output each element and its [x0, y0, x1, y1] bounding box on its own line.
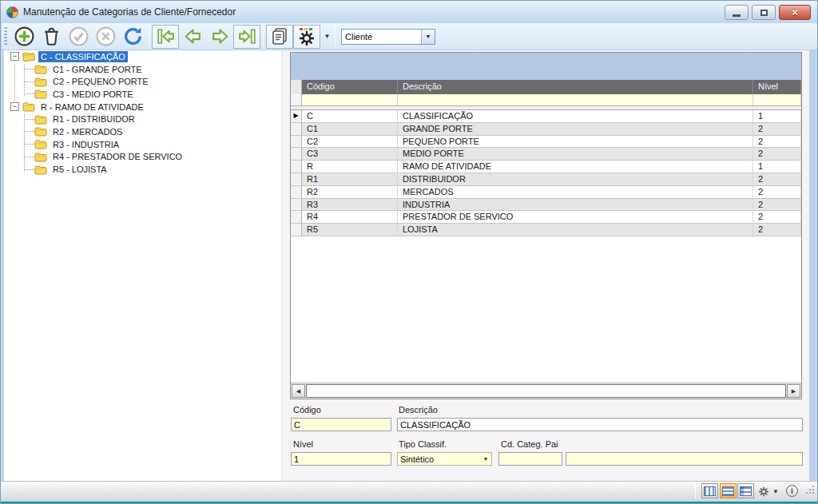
- table-row[interactable]: R5 LOJISTA 2: [291, 224, 801, 236]
- next-record-icon: [209, 26, 231, 47]
- scroll-left-icon: ◀: [296, 388, 300, 395]
- minimize-button[interactable]: [725, 5, 749, 20]
- cell-descricao: RAMO DE ATIVIDADE: [398, 161, 753, 173]
- cell-descricao: PRESTADOR DE SERVICO: [398, 211, 753, 224]
- toolbar-grip[interactable]: [4, 27, 7, 46]
- toolbar-separator: [335, 26, 336, 47]
- current-row-icon: ▶: [293, 113, 298, 119]
- tipo-classif-combobox[interactable]: Sintético ▼: [397, 452, 492, 466]
- row-indicator-cell: [291, 148, 302, 161]
- tree-item[interactable]: C1 - GRANDE PORTE: [4, 63, 281, 76]
- folder-icon: [34, 89, 47, 99]
- folder-icon: [34, 126, 47, 137]
- close-button[interactable]: ×: [779, 5, 811, 20]
- nivel-input[interactable]: [291, 452, 391, 466]
- cell-nivel: 2: [753, 199, 801, 212]
- table-row[interactable]: ▶ C CLASSIFICAÇÃO 1: [291, 110, 801, 123]
- report-icon: [269, 26, 290, 47]
- folder-icon: [34, 77, 47, 87]
- cell-codigo: C3: [302, 148, 398, 161]
- add-button[interactable]: [10, 25, 38, 49]
- row-indicator-cell: [291, 186, 302, 199]
- gear-icon: [758, 486, 769, 498]
- gear-icon: [297, 29, 316, 48]
- refresh-button[interactable]: [119, 25, 146, 49]
- open-folder-icon: [22, 51, 35, 62]
- tree-item[interactable]: R4 - PRESTADOR DE SERVICO: [4, 151, 281, 164]
- view-form-button[interactable]: [737, 483, 754, 498]
- filter-codigo-cell[interactable]: [302, 94, 398, 105]
- tree-item[interactable]: R3 - INDUSTRIA: [4, 138, 281, 151]
- row-indicator-cell: ▶: [291, 110, 302, 123]
- cd-categ-pai-label: Cd. Categ. Pai: [501, 439, 558, 449]
- column-header-nivel[interactable]: Nível: [753, 80, 801, 94]
- filter-indicator-cell: [291, 94, 302, 105]
- column-header-descricao[interactable]: Descrição: [398, 80, 753, 94]
- grid-horizontal-scrollbar[interactable]: ◀ ▶: [291, 383, 801, 399]
- scrollbar-thumb[interactable]: [306, 384, 786, 398]
- cancel-x-icon: [95, 26, 117, 47]
- categ-pai-descricao-input[interactable]: [566, 452, 803, 466]
- scroll-left-button[interactable]: ◀: [292, 384, 305, 398]
- view-columns-button[interactable]: [701, 483, 718, 498]
- filter-nivel-cell[interactable]: [753, 94, 801, 105]
- cell-codigo: C2: [302, 136, 398, 149]
- filter-descricao-cell[interactable]: [398, 94, 753, 105]
- column-header-codigo[interactable]: Código: [302, 80, 398, 94]
- cell-nivel: 2: [753, 148, 801, 161]
- tree-item[interactable]: C3 - MEDIO PORTE: [4, 88, 281, 101]
- cell-codigo: R: [302, 161, 398, 173]
- report-button[interactable]: [266, 25, 293, 49]
- tree-connector: [24, 144, 34, 145]
- tipo-classif-label: Tipo Classif.: [399, 439, 447, 449]
- settings-button[interactable]: [293, 25, 320, 49]
- cell-codigo: R2: [302, 186, 398, 199]
- cancel-button[interactable]: [92, 25, 119, 49]
- table-row[interactable]: R4 PRESTADOR DE SERVICO 2: [291, 211, 801, 224]
- table-row[interactable]: R RAMO DE ATIVIDADE 1: [291, 161, 801, 173]
- confirm-button[interactable]: [65, 25, 92, 49]
- tree-item[interactable]: − R - RAMO DE ATIVIDADE: [4, 101, 281, 113]
- tree-item[interactable]: C2 - PEQUENO PORTE: [4, 75, 281, 88]
- entity-combobox-dropdown[interactable]: ▼: [421, 30, 435, 44]
- table-row[interactable]: R3 INDUSTRIA 2: [291, 199, 801, 212]
- status-lights-icon: [300, 28, 312, 30]
- descricao-input[interactable]: [397, 418, 803, 431]
- row-indicator-cell: [291, 224, 302, 236]
- cd-categ-pai-input[interactable]: [498, 452, 562, 466]
- table-row[interactable]: C1 GRANDE PORTE 2: [291, 123, 801, 136]
- scroll-right-button[interactable]: ▶: [787, 384, 800, 398]
- info-button[interactable]: i: [786, 485, 798, 497]
- nivel-label: Nível: [293, 439, 313, 449]
- tree-item[interactable]: R1 - DISTRIBUIDOR: [4, 113, 281, 125]
- table-row[interactable]: C2 PEQUENO PORTE 2: [291, 136, 801, 149]
- entity-combobox[interactable]: Cliente ▼: [341, 29, 435, 45]
- codigo-input[interactable]: [291, 418, 391, 431]
- tree-item[interactable]: R5 - LOJISTA: [4, 163, 281, 176]
- view-rows-button[interactable]: [720, 483, 737, 498]
- tree-item[interactable]: R2 - MERCADOS: [4, 125, 281, 138]
- tree-item[interactable]: − C - CLASSIFICAÇÃO: [4, 50, 281, 63]
- columns-view-icon: [704, 486, 716, 496]
- settings-dropdown-button[interactable]: ▼: [320, 25, 332, 49]
- title-bar[interactable]: Manutenção de Categorias de Cliente/Forn…: [1, 1, 817, 23]
- dropdown-arrow-icon: ▼: [480, 456, 491, 462]
- delete-button[interactable]: [38, 25, 65, 49]
- table-row[interactable]: R2 MERCADOS 2: [291, 186, 801, 199]
- next-record-button[interactable]: [206, 25, 233, 49]
- folder-icon: [34, 64, 47, 74]
- resize-grip[interactable]: [805, 483, 815, 498]
- cell-codigo: R4: [302, 211, 398, 224]
- window-controls: ×: [725, 5, 811, 20]
- collapse-toggle[interactable]: −: [10, 102, 19, 111]
- collapse-toggle[interactable]: −: [10, 52, 19, 61]
- trash-icon: [41, 26, 62, 47]
- previous-record-button[interactable]: [179, 25, 206, 49]
- last-record-button[interactable]: [233, 25, 260, 49]
- tree-item-label: R2 - MERCADOS: [50, 126, 125, 137]
- first-record-button[interactable]: [152, 25, 179, 49]
- settings-gear-button[interactable]: ▼: [758, 484, 779, 498]
- maximize-button[interactable]: [752, 5, 776, 20]
- table-row[interactable]: R1 DISTRIBUIDOR 2: [291, 173, 801, 186]
- table-row[interactable]: C3 MEDIO PORTE 2: [291, 148, 801, 161]
